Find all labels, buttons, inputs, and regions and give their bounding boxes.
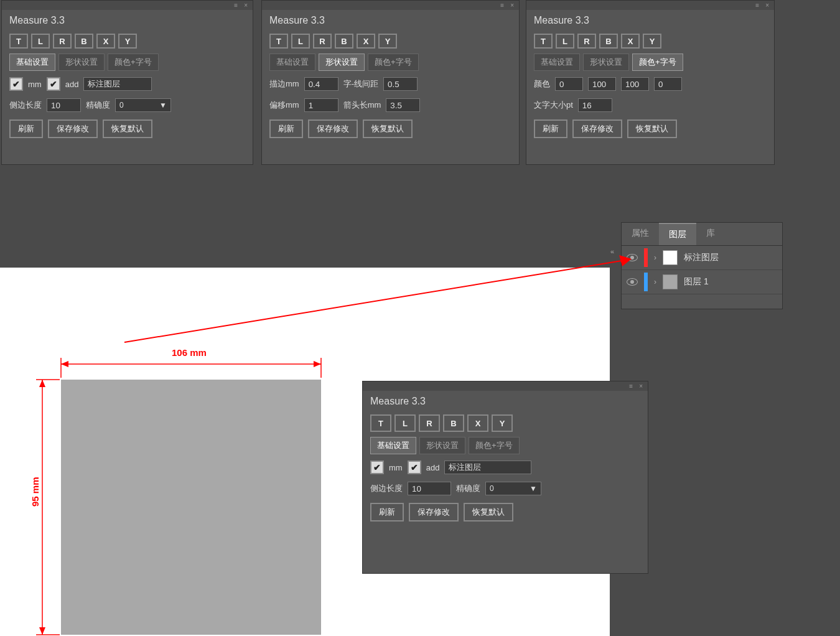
dir-r[interactable]: R (577, 34, 596, 49)
shape-row-2: 偏移mm 箭头长mm (262, 95, 519, 116)
collapse-icon[interactable]: ≡ (755, 2, 759, 9)
dir-x[interactable]: X (96, 34, 115, 49)
label-stroke: 描边mm (269, 78, 299, 90)
dir-l[interactable]: L (556, 34, 574, 49)
action-row: 刷新 保存修改 恢复默认 (526, 116, 774, 142)
save-button[interactable]: 保存修改 (308, 119, 358, 138)
dir-b[interactable]: B (443, 414, 464, 432)
dir-b[interactable]: B (75, 34, 93, 49)
checkbox-mm[interactable]: ✔ (370, 461, 384, 474)
tab-shape[interactable]: 形状设置 (319, 54, 365, 71)
checkbox-add[interactable]: ✔ (47, 77, 60, 91)
panel-title: Measure 3.3 (262, 10, 519, 31)
layer-row-1[interactable]: › 图层 1 (622, 270, 782, 294)
tab-row: 基础设置 形状设置 颜色+字号 (526, 51, 774, 73)
dir-t[interactable]: T (534, 34, 553, 49)
tab-shape[interactable]: 形状设置 (419, 437, 465, 454)
dir-b[interactable]: B (599, 34, 618, 49)
tab-color[interactable]: 颜色+字号 (469, 437, 520, 454)
tab-shape[interactable]: 形状设置 (58, 54, 105, 71)
label-side-length: 侧边长度 (370, 483, 403, 494)
dropdown-precision[interactable]: 0 ▼ (485, 482, 541, 495)
tab-color[interactable]: 颜色+字号 (632, 54, 683, 71)
input-layer-name[interactable] (83, 77, 152, 91)
tab-basic[interactable]: 基础设置 (269, 54, 315, 71)
input-gap[interactable] (383, 77, 418, 91)
dir-r[interactable]: R (419, 414, 440, 432)
layer-swatch (663, 274, 678, 289)
reset-button[interactable]: 恢复默认 (627, 119, 677, 138)
reset-button[interactable]: 恢复默认 (103, 119, 152, 138)
tab-basic[interactable]: 基础设置 (534, 54, 580, 71)
input-k[interactable] (654, 77, 682, 91)
input-side-length[interactable] (47, 98, 81, 112)
panel-collapse-arrow[interactable]: « (610, 248, 614, 255)
tab-properties[interactable]: 属性 (622, 223, 659, 245)
layer-row-annotation[interactable]: › 标注图层 (622, 246, 782, 270)
input-offset[interactable] (304, 98, 338, 112)
artboard-rectangle[interactable] (61, 380, 321, 635)
collapse-icon[interactable]: ≡ (629, 383, 633, 390)
expand-chevron-icon[interactable]: › (654, 253, 656, 262)
dir-t[interactable]: T (9, 34, 28, 49)
dir-r[interactable]: R (313, 34, 332, 49)
save-button[interactable]: 保存修改 (572, 119, 622, 138)
dir-b[interactable]: B (335, 34, 353, 49)
dropdown-precision[interactable]: 0 ▼ (115, 98, 171, 112)
dir-t[interactable]: T (269, 34, 288, 49)
action-row: 刷新 保存修改 恢复默认 (2, 116, 253, 142)
tab-basic[interactable]: 基础设置 (370, 437, 416, 454)
dir-t[interactable]: T (370, 414, 391, 432)
close-icon[interactable]: × (244, 2, 248, 9)
dir-l[interactable]: L (291, 34, 310, 49)
refresh-button[interactable]: 刷新 (9, 119, 43, 138)
svg-marker-1 (61, 361, 68, 367)
input-arrow[interactable] (386, 98, 420, 112)
collapse-icon[interactable]: ≡ (500, 2, 504, 9)
panel-title: Measure 3.3 (526, 10, 774, 31)
expand-chevron-icon[interactable]: › (654, 278, 656, 286)
dir-r[interactable]: R (53, 34, 72, 49)
tab-basic[interactable]: 基础设置 (9, 54, 55, 71)
input-layer-name[interactable] (444, 461, 531, 474)
close-icon[interactable]: × (510, 2, 514, 9)
tab-library[interactable]: 库 (696, 223, 725, 245)
save-button[interactable]: 保存修改 (409, 503, 459, 521)
checkbox-mm[interactable]: ✔ (9, 77, 23, 91)
reset-button[interactable]: 恢复默认 (363, 119, 413, 138)
input-text-size[interactable] (578, 98, 612, 112)
dir-l[interactable]: L (394, 414, 416, 432)
input-side-length[interactable] (408, 482, 451, 495)
input-m[interactable] (588, 77, 616, 91)
checkbox-add[interactable]: ✔ (408, 461, 421, 474)
close-icon[interactable]: × (765, 2, 769, 9)
dir-y[interactable]: Y (378, 34, 397, 49)
input-y[interactable] (621, 77, 649, 91)
tab-color[interactable]: 颜色+字号 (368, 54, 419, 71)
dir-x[interactable]: X (357, 34, 375, 49)
refresh-button[interactable]: 刷新 (269, 119, 303, 138)
dir-x[interactable]: X (621, 34, 640, 49)
chevron-down-icon: ▼ (530, 484, 537, 493)
dir-y[interactable]: Y (643, 34, 661, 49)
input-c[interactable] (555, 77, 583, 91)
direction-buttons: T L R B X Y (526, 31, 774, 51)
svg-marker-6 (39, 380, 45, 387)
tab-color[interactable]: 颜色+字号 (108, 54, 159, 71)
label-mm: mm (28, 80, 42, 89)
dir-l[interactable]: L (31, 34, 50, 49)
close-icon[interactable]: × (639, 383, 643, 390)
tab-layers[interactable]: 图层 (659, 223, 696, 245)
refresh-button[interactable]: 刷新 (370, 503, 404, 521)
refresh-button[interactable]: 刷新 (534, 119, 567, 138)
layer-color-indicator (644, 248, 648, 267)
dir-x[interactable]: X (467, 414, 488, 432)
reset-button[interactable]: 恢复默认 (464, 503, 513, 521)
dir-y[interactable]: Y (492, 414, 513, 432)
save-button[interactable]: 保存修改 (48, 119, 98, 138)
input-stroke[interactable] (304, 77, 338, 91)
dir-y[interactable]: Y (118, 34, 137, 49)
collapse-icon[interactable]: ≡ (234, 2, 238, 9)
tab-shape[interactable]: 形状设置 (583, 54, 629, 71)
measure-panel-floating[interactable]: ≡ × Measure 3.3 T L R B X Y 基础设置 形状设置 颜色… (362, 381, 648, 574)
